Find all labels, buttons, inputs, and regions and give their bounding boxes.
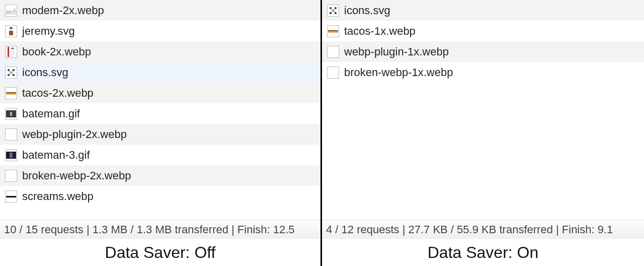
panel-data-saver-off: modem-2x.webpjeremy.svgbook-2x.webpicons… [0, 0, 322, 266]
file-thumbnail-icon [5, 170, 17, 182]
file-thumbnail-icon [5, 149, 17, 161]
file-thumbnail-icon [5, 190, 17, 203]
status-bar-left: 10 / 15 requests | 1.3 MB / 1.3 MB trans… [0, 220, 320, 239]
svg-rect-6 [10, 27, 13, 29]
file-name: tacos-1x.webp [344, 25, 416, 38]
svg-point-1 [8, 12, 9, 13]
file-list-left: modem-2x.webpjeremy.svgbook-2x.webpicons… [0, 0, 320, 220]
caption-left: Data Saver: Off [0, 239, 320, 266]
svg-rect-21 [10, 153, 13, 158]
file-name: broken-webp-1x.webp [344, 66, 453, 79]
svg-rect-22 [6, 196, 16, 197]
file-row[interactable]: broken-webp-2x.webp [0, 165, 320, 186]
file-row[interactable]: bateman-3.gif [0, 145, 320, 165]
file-row[interactable]: book-2x.webp [0, 41, 320, 62]
file-list-right: icons.svgtacos-1x.webpwebp-plugin-1x.web… [322, 0, 644, 220]
file-thumbnail-icon [5, 46, 17, 58]
file-thumbnail-icon [5, 87, 17, 99]
caption-right: Data Saver: On [322, 239, 644, 266]
file-thumbnail-icon [5, 108, 17, 120]
panel-data-saver-on: icons.svgtacos-1x.webpwebp-plugin-1x.web… [322, 0, 644, 266]
file-row[interactable]: screams.webp [0, 186, 320, 207]
file-name: bateman-3.gif [22, 149, 90, 162]
file-thumbnail-icon [5, 5, 17, 17]
file-name: icons.svg [22, 66, 68, 79]
file-name: webp-plugin-1x.webp [344, 45, 449, 58]
file-row[interactable]: icons.svg [322, 0, 644, 21]
svg-rect-9 [12, 48, 14, 49]
file-name: jeremy.svg [22, 25, 75, 38]
file-row[interactable]: bateman.gif [0, 103, 320, 124]
svg-rect-19 [10, 112, 12, 116]
file-thumbnail-icon [327, 5, 339, 17]
file-row[interactable]: jeremy.svg [0, 21, 320, 41]
file-row[interactable]: webp-plugin-2x.webp [0, 124, 320, 145]
file-name: modem-2x.webp [22, 4, 104, 17]
file-row[interactable]: webp-plugin-1x.webp [322, 41, 644, 62]
file-name: webp-plugin-2x.webp [22, 128, 127, 141]
file-row[interactable]: tacos-2x.webp [0, 83, 320, 103]
svg-rect-5 [9, 31, 13, 35]
file-row[interactable]: broken-webp-1x.webp [322, 62, 644, 83]
svg-point-2 [10, 12, 11, 13]
file-name: broken-webp-2x.webp [22, 169, 131, 182]
svg-rect-17 [6, 92, 16, 93]
file-row[interactable]: modem-2x.webp [0, 0, 320, 21]
svg-rect-8 [8, 47, 9, 57]
status-bar-right: 4 / 12 requests | 27.7 KB / 55.9 KB tran… [322, 220, 644, 239]
file-thumbnail-icon [327, 66, 339, 79]
file-thumbnail-icon [5, 66, 17, 79]
file-name: bateman.gif [22, 107, 80, 120]
file-name: screams.webp [22, 190, 94, 203]
file-name: icons.svg [344, 4, 390, 17]
file-thumbnail-icon [327, 46, 339, 58]
file-thumbnail-icon [327, 25, 339, 37]
svg-rect-30 [328, 30, 338, 31]
file-row[interactable]: icons.svg [0, 62, 320, 83]
file-name: book-2x.webp [22, 45, 91, 58]
file-thumbnail-icon [5, 128, 17, 141]
file-name: tacos-2x.webp [22, 87, 94, 100]
file-row[interactable]: tacos-1x.webp [322, 21, 644, 41]
svg-line-3 [14, 8, 15, 11]
file-thumbnail-icon [5, 25, 17, 37]
